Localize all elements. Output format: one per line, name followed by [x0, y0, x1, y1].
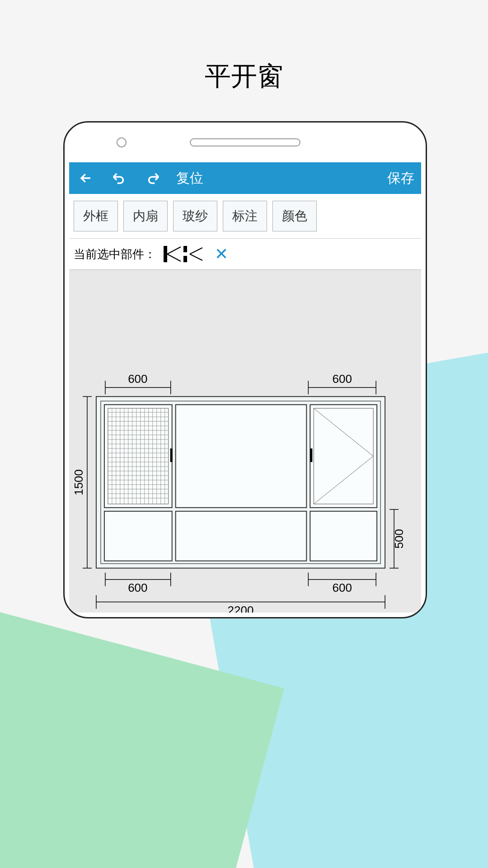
svg-rect-0 [164, 246, 167, 262]
svg-line-6 [190, 254, 202, 260]
outer-frame-button[interactable]: 外框 [74, 201, 118, 231]
annotation-button[interactable]: 标注 [223, 201, 267, 231]
component-bar: 当前选中部件： ✕ [69, 239, 421, 270]
back-icon[interactable] [76, 168, 96, 188]
glass-screen-button[interactable]: 玻纱 [173, 201, 217, 231]
svg-rect-58 [104, 511, 172, 561]
svg-rect-57 [310, 448, 312, 462]
svg-rect-51 [170, 448, 173, 462]
svg-rect-59 [176, 511, 307, 561]
redo-icon[interactable] [143, 168, 163, 188]
dim-left-height: 1500 [72, 469, 85, 495]
app-toolbar: 复位 保存 [69, 162, 421, 194]
page-title: 平开窗 [0, 59, 488, 94]
dim-bottom-right: 600 [333, 581, 352, 594]
dim-top-left: 600 [128, 372, 147, 386]
component-label: 当前选中部件： [74, 246, 156, 262]
reset-button[interactable]: 复位 [176, 169, 203, 188]
secondary-toolbar: 外框 内扇 玻纱 标注 颜色 [69, 194, 421, 239]
save-button[interactable]: 保存 [387, 169, 414, 188]
svg-line-1 [167, 247, 181, 254]
dim-top-right: 600 [333, 372, 352, 386]
svg-rect-53 [310, 405, 377, 508]
app-screen: 复位 保存 外框 内扇 玻纱 标注 颜色 当前选中部件： ✕ [69, 162, 421, 613]
svg-line-2 [167, 254, 181, 261]
component-icon [163, 244, 203, 264]
camera-dot [117, 137, 127, 147]
phone-frame: 复位 保存 外框 内扇 玻纱 标注 颜色 当前选中部件： ✕ [63, 121, 427, 618]
svg-rect-15 [104, 405, 172, 508]
svg-line-5 [190, 248, 202, 254]
dim-right-height: 500 [392, 529, 406, 548]
color-button[interactable]: 颜色 [272, 201, 317, 231]
svg-rect-52 [176, 405, 307, 508]
drawing-area[interactable]: 600 600 [69, 270, 421, 613]
close-icon[interactable]: ✕ [215, 245, 228, 264]
speaker-slot [190, 138, 300, 146]
inner-sash-button[interactable]: 内扇 [123, 201, 168, 231]
window-drawing: 600 600 [69, 270, 421, 613]
undo-icon[interactable] [109, 168, 129, 188]
dim-bottom-total: 2200 [228, 604, 254, 613]
phone-top [65, 123, 426, 162]
dim-bottom-left: 600 [128, 581, 147, 594]
svg-rect-60 [310, 511, 377, 561]
